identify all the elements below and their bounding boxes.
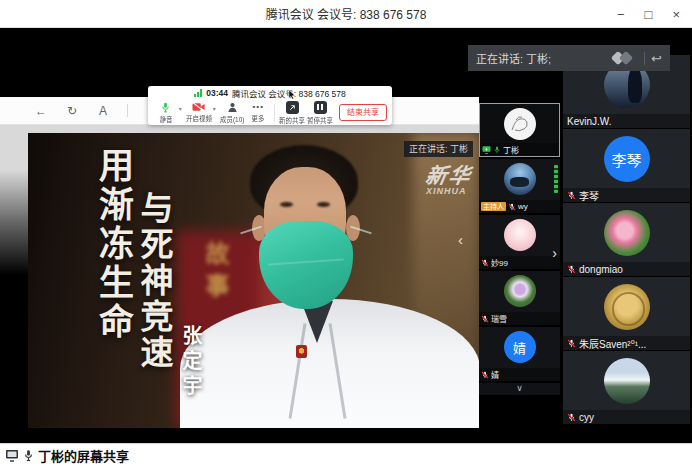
meeting-timer: 03:44 [206, 88, 228, 98]
strip-tile-ruixue[interactable]: 瑞雪 [479, 271, 560, 325]
end-share-button[interactable]: 结束共享 [339, 104, 387, 121]
minimize-button[interactable]: − [617, 8, 625, 21]
mic-on-icon [493, 146, 501, 154]
microphone-icon [160, 102, 171, 113]
speaking-banner-text: 正在讲话: 丁彬; [476, 50, 611, 66]
participant-label: dongmiao [563, 262, 690, 276]
back-icon[interactable]: ← [34, 104, 48, 118]
strip-tile-label: 主持人 wy [479, 200, 560, 213]
toolbar-divider [127, 104, 128, 117]
screen-share-label: 丁彬的屏幕共享 [38, 446, 129, 465]
shared-video-frame: 故事 用渐冻生命 与死神竞速 张定宇 正在讲话: 丁彬 [28, 133, 479, 428]
window-titlebar: 腾讯会议 会议号: 838 676 578 − □ × [0, 0, 692, 28]
page-margin [0, 125, 28, 295]
avatar-anime-photo [504, 219, 536, 251]
screen-icon [5, 449, 19, 462]
speaking-banner: 正在讲话: 丁彬; ↩ [468, 45, 670, 71]
mic-muted-icon [567, 191, 576, 200]
participant-label: 朱辰Saven²⁰¹... [563, 336, 690, 350]
more-dots-icon: ••• [253, 102, 264, 112]
pause-share-icon [314, 101, 327, 114]
mic-icon [23, 449, 34, 462]
xinhua-watermark: 新华 XINHUA [426, 159, 472, 196]
window-title: 腾讯会议 会议号: 838 676 578 [266, 5, 427, 22]
avatar-sketch [504, 108, 536, 140]
participant-tile-liqin[interactable]: 李琴 李琴 [563, 129, 690, 202]
strip-tile-miao99[interactable]: 妙99 [479, 215, 560, 269]
banner-calligraphy: 故事 [198, 241, 233, 305]
toolbar-buttons-row: 静音 ▾ 开启视频 ▾ 成员(10) [148, 100, 392, 125]
new-share-icon [286, 101, 299, 114]
strip-tile-label: 婧 [479, 368, 560, 381]
doctor-eye [317, 202, 330, 207]
participant-label: 李琴 [563, 188, 690, 202]
screen-share-on-icon [482, 146, 491, 154]
mic-muted-icon [481, 371, 489, 379]
strip-collapse-button[interactable]: ∨ [479, 383, 560, 395]
avatar-initial: 李琴 [604, 136, 650, 182]
tencent-meeting-window: 腾讯会议 会议号: 838 676 578 − □ × ← ↻ A ∞ 故事 [0, 0, 692, 467]
participant-name: 丁彬 [503, 144, 519, 155]
mic-muted-icon [567, 339, 576, 348]
refresh-icon[interactable]: ↻ [65, 104, 79, 118]
shared-page: 故事 用渐冻生命 与死神竞速 张定宇 正在讲话: 丁彬 [0, 125, 479, 443]
doctor-eye [280, 202, 293, 207]
window-controls: − □ × [617, 0, 680, 28]
host-badge: 主持人 [481, 202, 506, 211]
screen-share-status-bar: 丁彬的屏幕共享 [0, 443, 692, 467]
mic-muted-icon [481, 259, 489, 267]
video-caption-column-2: 与死神竞速 [130, 191, 178, 371]
avatar-lotus-photo [504, 275, 536, 307]
banner-divider [644, 52, 645, 65]
participant-name: KevinJ.W. [567, 116, 611, 127]
toolbar-divider [274, 104, 275, 122]
participant-tile-zhuchen[interactable]: 朱辰Saven²⁰¹... [563, 277, 690, 350]
participant-name: 妙99 [491, 257, 508, 268]
participant-tile-dongmiao[interactable]: dongmiao [563, 203, 690, 276]
doctor-white-coat [180, 299, 479, 428]
watermark-cn: 新华 [423, 159, 474, 189]
strip-tile-label: 丁彬 [480, 143, 559, 156]
mic-muted-icon [481, 315, 489, 323]
close-button[interactable]: × [672, 8, 680, 21]
strip-next-chevron-icon[interactable]: › [552, 245, 557, 261]
meeting-control-toolbar: 03:44 腾讯会议 会议号: 838 676 578 静音 ▾ [148, 86, 392, 125]
avatar-lily-photo [604, 210, 650, 256]
new-share-button[interactable]: 新的共享 [278, 101, 306, 125]
mouse-cursor-icon [288, 89, 296, 100]
start-video-button[interactable]: 开启视频 [185, 102, 213, 123]
pause-share-button[interactable]: 暂停共享 [306, 101, 334, 125]
strip-prev-chevron-icon[interactable]: ‹ [458, 231, 463, 248]
participant-name: 李琴 [579, 188, 599, 202]
participant-name: 婧 [491, 369, 499, 380]
strip-tile-jing[interactable]: 婧 婧 [479, 327, 560, 381]
participant-label: KevinJ.W. [563, 114, 690, 128]
font-size-icon[interactable]: A [96, 104, 110, 118]
chest-pin-badge [296, 345, 307, 358]
video-film-strip: 丁彬 主持人 wy [479, 103, 560, 395]
participant-label: cyy [563, 410, 690, 424]
participant-name: cyy [579, 412, 594, 423]
strip-tile-wy[interactable]: 主持人 wy [479, 159, 560, 213]
participant-tile-cyy[interactable]: cyy [563, 351, 690, 424]
return-arrow-icon[interactable]: ↩ [651, 52, 662, 65]
mute-button[interactable]: 静音 [153, 102, 179, 124]
tencent-meeting-logo-icon [611, 52, 637, 65]
participant-name: 朱辰Saven²⁰¹... [579, 336, 646, 350]
participants-panel: KevinJ.W. 李琴 李琴 [563, 55, 692, 425]
volume-level-bar [554, 165, 558, 193]
members-button[interactable]: 成员(10) [219, 102, 245, 124]
maximize-button[interactable]: □ [645, 8, 653, 21]
person-name-caption: 张定宇 [177, 325, 206, 400]
toolbar-status-row: 03:44 腾讯会议 会议号: 838 676 578 [148, 86, 392, 100]
avatar-initial: 婧 [504, 331, 536, 363]
participant-name: dongmiao [579, 264, 623, 275]
members-icon [227, 102, 238, 113]
avatar-mountain-photo [604, 358, 650, 404]
mic-muted-icon [508, 203, 516, 211]
meeting-stage: ← ↻ A ∞ 故事 [0, 28, 692, 443]
mic-muted-icon [567, 413, 576, 422]
more-button[interactable]: ••• 更多 [245, 102, 271, 123]
strip-tile-dingbin[interactable]: 丁彬 [479, 103, 560, 157]
strip-tile-label: 妙99 [479, 256, 560, 269]
